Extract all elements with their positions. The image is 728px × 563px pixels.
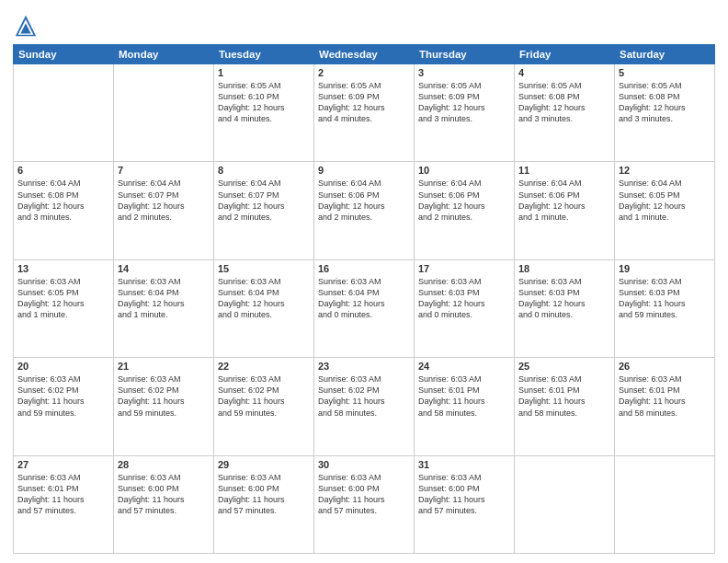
- calendar-cell: 31Sunrise: 6:03 AM Sunset: 6:00 PM Dayli…: [415, 455, 515, 553]
- day-number: 14: [118, 263, 210, 274]
- day-number: 12: [619, 165, 711, 176]
- calendar-cell: 20Sunrise: 6:03 AM Sunset: 6:02 PM Dayli…: [14, 358, 114, 455]
- calendar-cell: 17Sunrise: 6:03 AM Sunset: 6:03 PM Dayli…: [415, 259, 515, 357]
- calendar-cell: 25Sunrise: 6:03 AM Sunset: 6:01 PM Dayli…: [515, 358, 615, 455]
- calendar-cell: 5Sunrise: 6:05 AM Sunset: 6:08 PM Daylig…: [615, 64, 715, 162]
- day-number: 4: [518, 67, 610, 78]
- day-number: 23: [318, 361, 410, 372]
- week-row: 27Sunrise: 6:03 AM Sunset: 6:01 PM Dayli…: [14, 455, 715, 553]
- calendar-cell: 2Sunrise: 6:05 AM Sunset: 6:09 PM Daylig…: [314, 64, 415, 162]
- day-number: 22: [218, 361, 310, 372]
- week-row: 1Sunrise: 6:05 AM Sunset: 6:10 PM Daylig…: [14, 64, 715, 162]
- weekday-header: Tuesday: [214, 45, 314, 64]
- cell-content: Sunrise: 6:03 AM Sunset: 6:02 PM Dayligh…: [17, 373, 109, 419]
- cell-content: Sunrise: 6:04 AM Sunset: 6:07 PM Dayligh…: [218, 178, 310, 223]
- weekday-header: Monday: [114, 45, 214, 64]
- cell-content: Sunrise: 6:03 AM Sunset: 6:04 PM Dayligh…: [118, 276, 210, 321]
- day-number: 10: [418, 165, 510, 176]
- calendar-cell: 16Sunrise: 6:03 AM Sunset: 6:04 PM Dayli…: [314, 259, 415, 357]
- week-row: 13Sunrise: 6:03 AM Sunset: 6:05 PM Dayli…: [14, 259, 715, 357]
- weekday-header: Sunday: [14, 45, 114, 64]
- calendar-cell: 12Sunrise: 6:04 AM Sunset: 6:05 PM Dayli…: [615, 162, 715, 259]
- week-row: 20Sunrise: 6:03 AM Sunset: 6:02 PM Dayli…: [14, 358, 715, 455]
- cell-content: Sunrise: 6:03 AM Sunset: 6:03 PM Dayligh…: [619, 276, 711, 321]
- cell-content: Sunrise: 6:03 AM Sunset: 6:02 PM Dayligh…: [118, 373, 210, 419]
- cell-content: Sunrise: 6:03 AM Sunset: 6:03 PM Dayligh…: [518, 276, 610, 321]
- day-number: 6: [17, 165, 109, 176]
- day-number: 8: [218, 165, 310, 176]
- calendar-cell: [14, 64, 114, 162]
- weekday-header: Friday: [515, 45, 615, 64]
- calendar-cell: 14Sunrise: 6:03 AM Sunset: 6:04 PM Dayli…: [114, 259, 214, 357]
- cell-content: Sunrise: 6:04 AM Sunset: 6:06 PM Dayligh…: [518, 178, 610, 223]
- day-number: 1: [218, 67, 310, 78]
- day-number: 9: [318, 165, 410, 176]
- weekday-header: Wednesday: [314, 45, 415, 64]
- calendar-body: 1Sunrise: 6:05 AM Sunset: 6:10 PM Daylig…: [14, 64, 715, 554]
- cell-content: Sunrise: 6:04 AM Sunset: 6:08 PM Dayligh…: [17, 178, 109, 223]
- calendar-cell: 11Sunrise: 6:04 AM Sunset: 6:06 PM Dayli…: [515, 162, 615, 259]
- calendar-cell: 1Sunrise: 6:05 AM Sunset: 6:10 PM Daylig…: [214, 64, 314, 162]
- weekday-row: SundayMondayTuesdayWednesdayThursdayFrid…: [14, 45, 715, 64]
- cell-content: Sunrise: 6:05 AM Sunset: 6:09 PM Dayligh…: [418, 80, 510, 125]
- calendar-cell: 10Sunrise: 6:04 AM Sunset: 6:06 PM Dayli…: [415, 162, 515, 259]
- cell-content: Sunrise: 6:04 AM Sunset: 6:07 PM Dayligh…: [118, 178, 210, 223]
- cell-content: Sunrise: 6:03 AM Sunset: 6:01 PM Dayligh…: [418, 373, 510, 419]
- cell-content: Sunrise: 6:03 AM Sunset: 6:03 PM Dayligh…: [418, 276, 510, 321]
- weekday-header: Thursday: [415, 45, 515, 64]
- day-number: 16: [318, 263, 410, 274]
- calendar-cell: 28Sunrise: 6:03 AM Sunset: 6:00 PM Dayli…: [114, 455, 214, 553]
- cell-content: Sunrise: 6:03 AM Sunset: 6:04 PM Dayligh…: [218, 276, 310, 321]
- calendar-cell: 9Sunrise: 6:04 AM Sunset: 6:06 PM Daylig…: [314, 162, 415, 259]
- cell-content: Sunrise: 6:03 AM Sunset: 6:01 PM Dayligh…: [17, 472, 109, 517]
- calendar-cell: 23Sunrise: 6:03 AM Sunset: 6:02 PM Dayli…: [314, 358, 415, 455]
- day-number: 30: [318, 459, 410, 470]
- day-number: 29: [218, 459, 310, 470]
- calendar-header: SundayMondayTuesdayWednesdayThursdayFrid…: [14, 45, 715, 64]
- calendar-cell: 4Sunrise: 6:05 AM Sunset: 6:08 PM Daylig…: [515, 64, 615, 162]
- cell-content: Sunrise: 6:05 AM Sunset: 6:09 PM Dayligh…: [318, 80, 410, 125]
- cell-content: Sunrise: 6:05 AM Sunset: 6:08 PM Dayligh…: [619, 80, 711, 125]
- day-number: 11: [518, 165, 610, 176]
- cell-content: Sunrise: 6:03 AM Sunset: 6:00 PM Dayligh…: [218, 472, 310, 517]
- calendar-cell: [515, 455, 615, 553]
- day-number: 20: [17, 361, 109, 372]
- day-number: 28: [118, 459, 210, 470]
- calendar-cell: 15Sunrise: 6:03 AM Sunset: 6:04 PM Dayli…: [214, 259, 314, 357]
- day-number: 13: [17, 263, 109, 274]
- logo-icon: [13, 13, 39, 39]
- day-number: 21: [118, 361, 210, 372]
- calendar-cell: 7Sunrise: 6:04 AM Sunset: 6:07 PM Daylig…: [114, 162, 214, 259]
- day-number: 18: [518, 263, 610, 274]
- day-number: 26: [619, 361, 711, 372]
- calendar-page: SundayMondayTuesdayWednesdayThursdayFrid…: [0, 0, 728, 563]
- calendar-cell: 8Sunrise: 6:04 AM Sunset: 6:07 PM Daylig…: [214, 162, 314, 259]
- day-number: 31: [418, 459, 510, 470]
- day-number: 5: [619, 67, 711, 78]
- calendar-cell: 30Sunrise: 6:03 AM Sunset: 6:00 PM Dayli…: [314, 455, 415, 553]
- cell-content: Sunrise: 6:03 AM Sunset: 6:02 PM Dayligh…: [218, 373, 310, 419]
- day-number: 24: [418, 361, 510, 372]
- calendar-cell: 3Sunrise: 6:05 AM Sunset: 6:09 PM Daylig…: [415, 64, 515, 162]
- calendar-cell: [615, 455, 715, 553]
- calendar-cell: 19Sunrise: 6:03 AM Sunset: 6:03 PM Dayli…: [615, 259, 715, 357]
- day-number: 15: [218, 263, 310, 274]
- day-number: 7: [118, 165, 210, 176]
- cell-content: Sunrise: 6:05 AM Sunset: 6:10 PM Dayligh…: [218, 80, 310, 125]
- cell-content: Sunrise: 6:05 AM Sunset: 6:08 PM Dayligh…: [518, 80, 610, 125]
- cell-content: Sunrise: 6:03 AM Sunset: 6:05 PM Dayligh…: [17, 276, 109, 321]
- day-number: 25: [518, 361, 610, 372]
- cell-content: Sunrise: 6:03 AM Sunset: 6:00 PM Dayligh…: [318, 472, 410, 517]
- day-number: 3: [418, 67, 510, 78]
- calendar-cell: 27Sunrise: 6:03 AM Sunset: 6:01 PM Dayli…: [14, 455, 114, 553]
- day-number: 2: [318, 67, 410, 78]
- weekday-header: Saturday: [615, 45, 715, 64]
- day-number: 27: [17, 459, 109, 470]
- calendar-cell: 21Sunrise: 6:03 AM Sunset: 6:02 PM Dayli…: [114, 358, 214, 455]
- calendar-cell: 26Sunrise: 6:03 AM Sunset: 6:01 PM Dayli…: [615, 358, 715, 455]
- cell-content: Sunrise: 6:03 AM Sunset: 6:01 PM Dayligh…: [518, 373, 610, 419]
- day-number: 19: [619, 263, 711, 274]
- cell-content: Sunrise: 6:04 AM Sunset: 6:06 PM Dayligh…: [418, 178, 510, 223]
- logo: [13, 13, 40, 39]
- calendar-cell: 22Sunrise: 6:03 AM Sunset: 6:02 PM Dayli…: [214, 358, 314, 455]
